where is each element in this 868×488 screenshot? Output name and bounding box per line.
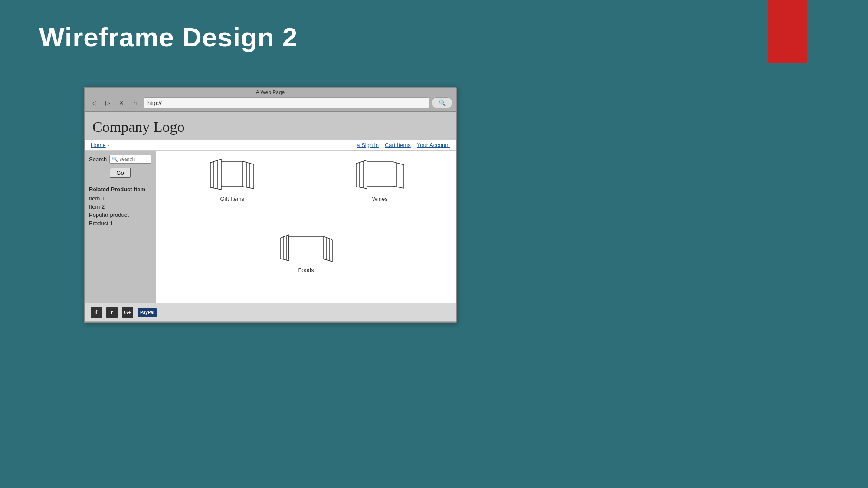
search-input-wrap: 🔍 <box>109 155 151 164</box>
go-button[interactable]: Go <box>110 168 130 178</box>
slide-title: Wireframe Design 2 <box>39 22 298 52</box>
site-main: Search 🔍 Go Related Product Item Item 1 … <box>85 151 456 303</box>
foods-image <box>278 230 334 265</box>
sidebar: Search 🔍 Go Related Product Item Item 1 … <box>85 151 156 303</box>
svg-line-19 <box>393 162 404 165</box>
nav-left: Home › <box>91 142 109 148</box>
sidebar-divider <box>89 184 151 184</box>
site-nav: Home › a Sign in Cart Items Your Account <box>85 140 456 151</box>
magnifier-icon: 🔍 <box>439 99 446 106</box>
sidebar-item-4[interactable]: Product 1 <box>89 219 151 227</box>
home-button[interactable]: ⌂ <box>130 97 141 108</box>
product-foods: Foods <box>278 230 334 273</box>
svg-rect-6 <box>221 161 243 187</box>
nav-account-link[interactable]: Your Account <box>417 142 450 148</box>
svg-line-31 <box>324 236 332 240</box>
sidebar-item-1[interactable]: Item 1 <box>89 194 151 203</box>
product-gift-items: Gift Items <box>160 155 304 202</box>
site-footer: f t G+ PayPal <box>85 303 456 321</box>
sidebar-item-2[interactable]: Item 2 <box>89 203 151 211</box>
svg-line-13 <box>356 187 367 189</box>
search-icon: 🔍 <box>112 157 118 162</box>
svg-rect-18 <box>367 162 393 186</box>
gift-items-label: Gift Items <box>220 196 244 202</box>
svg-rect-30 <box>289 236 324 259</box>
svg-line-20 <box>393 186 404 188</box>
facebook-icon[interactable]: f <box>91 307 102 318</box>
sidebar-item-3[interactable]: Popular product <box>89 211 151 219</box>
search-label: Search <box>89 156 107 163</box>
search-row: Search 🔍 <box>89 155 151 164</box>
nav-home-link[interactable]: Home <box>91 142 106 148</box>
gift-items-image <box>197 155 267 194</box>
nav-chevron-icon: › <box>108 143 109 148</box>
foods-label: Foods <box>298 267 314 273</box>
svg-line-12 <box>356 160 367 164</box>
browser-tab-title: A Web Page <box>88 89 452 95</box>
product-area: Gift Items <box>156 151 456 303</box>
browser-search-button[interactable]: 🔍 <box>432 97 452 108</box>
back-button[interactable]: ◁ <box>88 97 99 108</box>
resize-handle-icon[interactable]: ⟋ <box>447 321 454 323</box>
company-logo: Company Logo <box>92 119 448 135</box>
stop-button[interactable]: ✕ <box>116 97 127 108</box>
search-input[interactable] <box>119 156 145 162</box>
website-content: Company Logo Home › a Sign in Cart Items… <box>85 112 456 321</box>
nav-signin-link[interactable]: a Sign in <box>357 142 379 148</box>
svg-line-24 <box>280 235 289 238</box>
wines-label: Wines <box>372 196 388 202</box>
gplus-icon[interactable]: G+ <box>122 307 133 318</box>
product-wines: Wines <box>308 155 452 202</box>
site-header: Company Logo <box>85 112 456 140</box>
browser-toolbar: ◁ ▷ ✕ ⌂ 🔍 <box>88 97 452 108</box>
svg-line-25 <box>280 259 289 261</box>
nav-right: a Sign in Cart Items Your Account <box>357 142 450 148</box>
twitter-icon[interactable]: t <box>106 307 118 318</box>
svg-line-1 <box>210 187 221 190</box>
browser-bottom-bar: ⟋ <box>85 321 456 323</box>
svg-line-0 <box>210 159 221 163</box>
paypal-icon[interactable]: PayPal <box>138 308 157 317</box>
browser-window: A Web Page ◁ ▷ ✕ ⌂ 🔍 Company Logo Home ›… <box>84 87 457 323</box>
browser-chrome: A Web Page ◁ ▷ ✕ ⌂ 🔍 <box>85 88 456 112</box>
svg-line-7 <box>243 161 254 164</box>
forward-button[interactable]: ▷ <box>102 97 113 108</box>
wines-image <box>345 155 415 194</box>
nav-cart-link[interactable]: Cart Items <box>385 142 411 148</box>
red-accent-rectangle <box>768 0 807 63</box>
url-bar[interactable] <box>144 97 429 108</box>
svg-line-32 <box>324 259 332 262</box>
svg-line-8 <box>243 187 254 189</box>
related-product-label: Related Product Item <box>89 186 151 193</box>
